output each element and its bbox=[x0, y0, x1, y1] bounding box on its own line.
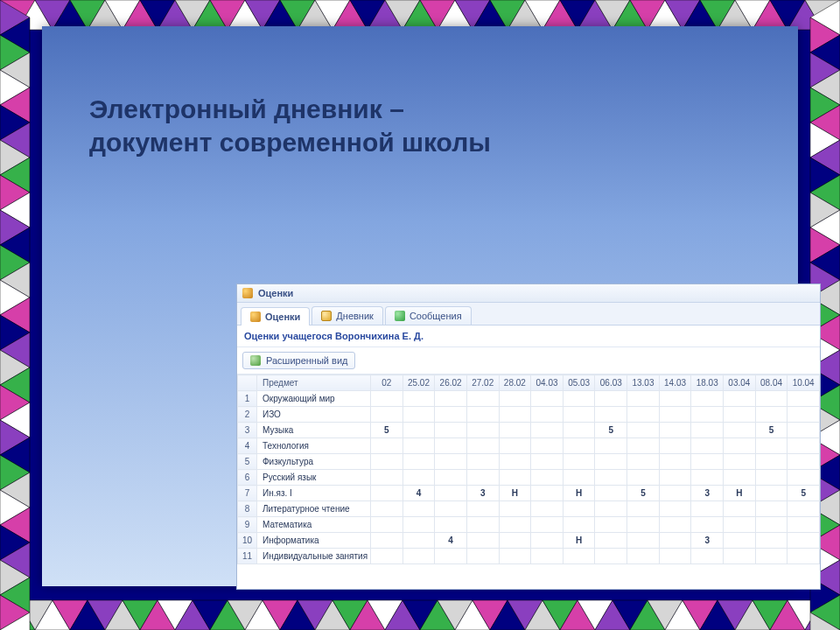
grade-cell[interactable] bbox=[691, 423, 724, 438]
grade-cell[interactable] bbox=[466, 517, 499, 533]
grade-cell[interactable] bbox=[755, 486, 788, 501]
grade-cell[interactable] bbox=[595, 454, 627, 470]
grade-cell[interactable] bbox=[371, 533, 403, 549]
grade-cell[interactable]: 5 bbox=[627, 486, 660, 501]
grade-cell[interactable] bbox=[691, 470, 724, 486]
grade-cell[interactable] bbox=[755, 533, 788, 549]
grade-cell[interactable] bbox=[627, 438, 660, 454]
grade-cell[interactable] bbox=[371, 391, 403, 407]
grade-cell[interactable] bbox=[435, 423, 467, 438]
grade-cell[interactable] bbox=[595, 533, 627, 549]
grade-cell[interactable] bbox=[435, 407, 467, 423]
grade-cell[interactable] bbox=[402, 533, 435, 549]
grade-cell[interactable] bbox=[531, 486, 564, 501]
grade-cell[interactable] bbox=[788, 438, 820, 454]
grade-cell[interactable] bbox=[595, 486, 627, 501]
grade-cell[interactable] bbox=[435, 470, 467, 486]
grade-cell[interactable] bbox=[563, 549, 595, 564]
grade-cell[interactable] bbox=[371, 549, 403, 564]
grade-cell[interactable] bbox=[724, 501, 756, 517]
grade-cell[interactable] bbox=[691, 391, 724, 407]
grade-cell[interactable] bbox=[724, 454, 756, 470]
grade-cell[interactable] bbox=[371, 454, 403, 470]
grade-cell[interactable] bbox=[402, 391, 435, 407]
grade-cell[interactable] bbox=[499, 470, 531, 486]
grade-cell[interactable] bbox=[466, 533, 499, 549]
grade-cell[interactable] bbox=[371, 470, 403, 486]
grade-cell[interactable]: 5 bbox=[788, 486, 820, 501]
grade-cell[interactable] bbox=[563, 438, 595, 454]
grade-cell[interactable] bbox=[595, 501, 627, 517]
grade-cell[interactable]: Н bbox=[563, 533, 595, 549]
grade-cell[interactable] bbox=[788, 470, 820, 486]
grade-cell[interactable] bbox=[371, 486, 403, 501]
grade-cell[interactable] bbox=[659, 486, 691, 501]
grade-cell[interactable] bbox=[627, 533, 660, 549]
grade-cell[interactable] bbox=[499, 391, 531, 407]
grade-cell[interactable] bbox=[595, 470, 627, 486]
grade-cell[interactable] bbox=[724, 517, 756, 533]
grade-cell[interactable] bbox=[531, 501, 564, 517]
grade-cell[interactable] bbox=[659, 454, 691, 470]
grade-cell[interactable] bbox=[435, 517, 467, 533]
grade-cell[interactable] bbox=[691, 517, 724, 533]
grade-cell[interactable] bbox=[724, 549, 756, 564]
grade-cell[interactable] bbox=[724, 470, 756, 486]
grade-cell[interactable] bbox=[531, 470, 564, 486]
grade-cell[interactable] bbox=[499, 454, 531, 470]
grade-cell[interactable] bbox=[788, 533, 820, 549]
grade-cell[interactable] bbox=[531, 517, 564, 533]
grade-cell[interactable] bbox=[371, 438, 403, 454]
grade-cell[interactable]: Н bbox=[563, 486, 595, 501]
grade-cell[interactable] bbox=[659, 549, 691, 564]
grade-cell[interactable] bbox=[466, 454, 499, 470]
grade-cell[interactable] bbox=[788, 407, 820, 423]
grade-cell[interactable] bbox=[755, 549, 788, 564]
grade-cell[interactable] bbox=[402, 470, 435, 486]
grade-cell[interactable] bbox=[788, 454, 820, 470]
grade-cell[interactable] bbox=[788, 423, 820, 438]
grade-cell[interactable] bbox=[755, 517, 788, 533]
grade-cell[interactable] bbox=[563, 517, 595, 533]
grade-cell[interactable] bbox=[724, 438, 756, 454]
grade-cell[interactable] bbox=[371, 517, 403, 533]
grade-cell[interactable] bbox=[595, 517, 627, 533]
grade-cell[interactable]: Н bbox=[499, 486, 531, 501]
grade-cell[interactable] bbox=[627, 423, 660, 438]
grade-cell[interactable] bbox=[563, 501, 595, 517]
grade-cell[interactable] bbox=[691, 454, 724, 470]
grade-cell[interactable] bbox=[595, 407, 627, 423]
grade-cell[interactable] bbox=[499, 549, 531, 564]
grade-cell[interactable] bbox=[435, 501, 467, 517]
grade-cell[interactable] bbox=[563, 391, 595, 407]
grade-cell[interactable] bbox=[627, 454, 660, 470]
grade-cell[interactable] bbox=[499, 407, 531, 423]
grade-cell[interactable] bbox=[788, 517, 820, 533]
grade-cell[interactable] bbox=[499, 438, 531, 454]
grade-cell[interactable] bbox=[531, 549, 564, 564]
grade-cell[interactable]: 5 bbox=[371, 423, 403, 438]
grade-cell[interactable] bbox=[466, 549, 499, 564]
grade-cell[interactable] bbox=[595, 549, 627, 564]
grade-cell[interactable] bbox=[435, 391, 467, 407]
grade-cell[interactable]: 5 bbox=[755, 423, 788, 438]
grade-cell[interactable] bbox=[724, 533, 756, 549]
grade-cell[interactable] bbox=[499, 423, 531, 438]
grade-cell[interactable] bbox=[499, 533, 531, 549]
expanded-view-button[interactable]: Расширенный вид bbox=[242, 352, 355, 369]
grade-cell[interactable] bbox=[691, 501, 724, 517]
grade-cell[interactable] bbox=[402, 438, 435, 454]
grade-cell[interactable] bbox=[755, 438, 788, 454]
grade-cell[interactable] bbox=[371, 407, 403, 423]
grade-cell[interactable] bbox=[627, 549, 660, 564]
grade-cell[interactable] bbox=[788, 391, 820, 407]
grade-cell[interactable]: 4 bbox=[435, 533, 467, 549]
grade-cell[interactable] bbox=[402, 549, 435, 564]
grade-cell[interactable] bbox=[788, 501, 820, 517]
grade-cell[interactable] bbox=[755, 470, 788, 486]
tab-msgs[interactable]: Сообщения bbox=[385, 306, 472, 325]
grade-cell[interactable] bbox=[466, 423, 499, 438]
grade-cell[interactable] bbox=[531, 423, 564, 438]
grade-cell[interactable] bbox=[466, 470, 499, 486]
grade-cell[interactable] bbox=[659, 501, 691, 517]
